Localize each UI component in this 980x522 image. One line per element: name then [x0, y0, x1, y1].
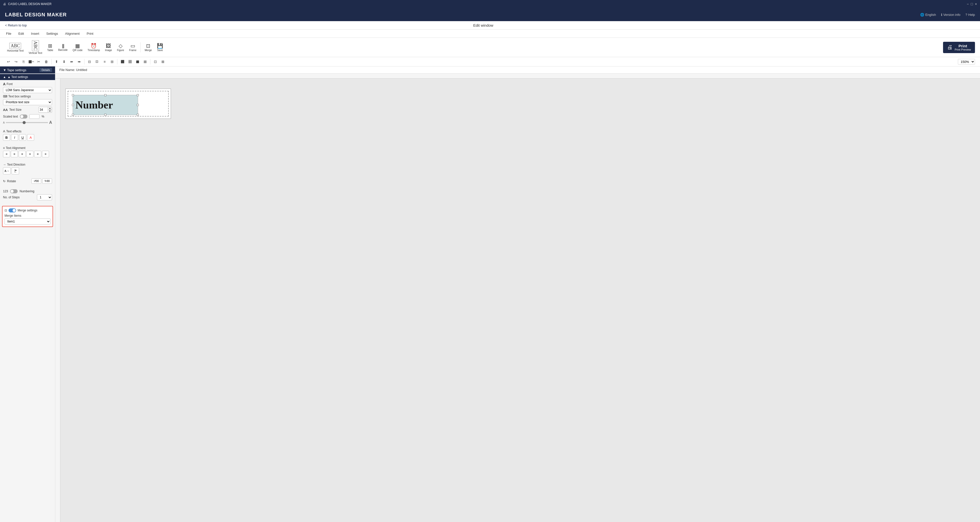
handle-top-right[interactable] — [137, 94, 139, 96]
no-of-steps-select[interactable]: 1 2 3 4 5 — [37, 194, 52, 200]
merge-icon: ⊡ — [146, 43, 150, 48]
align-top-button[interactable]: ⬆ — [53, 58, 60, 65]
handle-bottom-middle[interactable] — [104, 114, 107, 116]
text-effects-section: A Text effects B I U A — [0, 127, 55, 144]
details-button[interactable]: Details — [40, 68, 52, 72]
align-center-h-button[interactable]: ≡ — [101, 58, 108, 65]
rotate-plus90-button[interactable]: ↻90 — [42, 179, 52, 184]
ruler-horizontal: -520457095120145 — [55, 73, 980, 78]
numbering-toggle[interactable] — [10, 189, 18, 193]
textbox-select[interactable]: Prioritize text size Shrink to fit Auto — [3, 99, 52, 105]
distribute-center-v-button[interactable]: ⊞ — [108, 58, 116, 65]
direction-vertical-button[interactable]: A↓ — [11, 168, 19, 174]
sidebar: ▼ Tape settings Details ▲ ▲ Text setting… — [0, 67, 55, 522]
align-right-text-button[interactable]: ≡ — [19, 151, 25, 157]
app-title: LABEL DESIGN MAKER — [5, 12, 67, 18]
figure-button[interactable]: ◇ Figure — [115, 42, 126, 53]
undo-button[interactable]: ↩ — [5, 58, 12, 65]
merge-icon: ⊡ — [5, 209, 7, 212]
redo-button[interactable]: ↪ — [13, 58, 20, 65]
text-size-icon: AA — [3, 108, 8, 112]
label-text-box[interactable]: Number — [73, 95, 138, 115]
vertical-text-button[interactable]: ABC Vertical Text — [27, 39, 44, 55]
cut-button[interactable]: ✂ — [35, 58, 42, 65]
close-button[interactable]: × — [975, 2, 977, 6]
distribute-v-button[interactable]: ⊟ — [94, 58, 100, 65]
back-button[interactable]: < Return to top — [5, 23, 27, 27]
underline-button[interactable]: U — [19, 134, 26, 141]
scaled-text-percent-input[interactable] — [29, 114, 40, 119]
file-name-bar: File Name: Untitled — [55, 67, 980, 73]
backward-button[interactable]: ⬛ — [142, 58, 149, 65]
italic-button[interactable]: I — [11, 134, 18, 141]
front-button[interactable]: ⬛ — [119, 58, 126, 65]
minimize-button[interactable]: − — [967, 2, 969, 6]
handle-bottom-right[interactable] — [137, 114, 139, 116]
ungroup-button[interactable]: ⊠ — [159, 58, 166, 65]
zoom-select[interactable]: 50% 75% 100% 150% 200% — [958, 59, 975, 65]
image-button[interactable]: 🖼 Image — [103, 42, 114, 53]
align-bottom-button[interactable]: ⬇ — [60, 58, 68, 65]
barcode-button[interactable]: ||| Barcode — [56, 43, 70, 52]
table-button[interactable]: ⊞ Table — [45, 42, 55, 53]
distribute-h-button[interactable]: ⊟ — [86, 58, 93, 65]
menu-insert[interactable]: Insert — [30, 31, 40, 37]
group-button[interactable]: ⊡ — [152, 58, 159, 65]
spin-up[interactable]: ▲ — [48, 107, 52, 110]
align-right-button[interactable]: ➡ — [76, 58, 83, 65]
language-button[interactable]: 🌐 English — [920, 13, 936, 17]
rotate-minus90-button[interactable]: ↺90 — [32, 179, 41, 184]
timestamp-button[interactable]: ⏰ Timestamp — [86, 42, 102, 53]
align-left-text-button[interactable]: ≡ — [3, 151, 10, 157]
align-justify-right-button[interactable]: ≡ — [42, 151, 49, 157]
scaled-text-toggle[interactable] — [20, 115, 27, 118]
save-button[interactable]: 💾 Save — [155, 42, 165, 53]
handle-middle-left[interactable] — [72, 104, 74, 106]
back-button[interactable]: ⬛ — [126, 58, 134, 65]
delete-button[interactable]: 🗑 — [43, 58, 50, 65]
qr-code-button[interactable]: ▦ QR code — [71, 42, 84, 53]
horizontal-text-button[interactable]: ABC Horizontal Text — [5, 42, 25, 53]
print-button[interactable]: 🖨 Print Print Preview — [943, 42, 975, 53]
font-select[interactable]: LDM Sans Japanese Arial Times New Roman — [3, 87, 52, 93]
numbering-section: 123 Numbering No. of Steps 1 2 3 4 5 — [0, 187, 55, 204]
menu-settings[interactable]: Settings — [45, 31, 59, 37]
menu-edit[interactable]: Edit — [18, 31, 25, 37]
menu-alignment[interactable]: Alignment — [64, 31, 81, 37]
app-name: CASIO LABEL DESIGN MAKER — [8, 2, 51, 6]
bold-button[interactable]: B — [3, 134, 10, 141]
forward-button[interactable]: ⬛ — [134, 58, 141, 65]
menu-file[interactable]: File — [5, 31, 12, 37]
canvas-content[interactable]: Number — [60, 78, 980, 522]
text-settings-header: ▲ ▲ Text settings — [0, 74, 55, 80]
handle-middle-right[interactable] — [137, 104, 139, 106]
help-button[interactable]: ? Help — [966, 13, 975, 17]
merge-toggle[interactable] — [8, 208, 16, 212]
direction-horizontal-button[interactable]: A→ — [3, 168, 11, 174]
copy-format-button[interactable]: ⎘ — [20, 58, 27, 65]
version-info-button[interactable]: ℹ Version info — [941, 13, 960, 17]
font-size-slider[interactable] — [6, 122, 48, 123]
align-justify-center-button[interactable]: ≡ — [34, 151, 41, 157]
menu-print[interactable]: Print — [86, 31, 94, 37]
font-section: A Font LDM Sans Japanese Arial Times New… — [0, 80, 55, 127]
merge-button[interactable]: ⊡ Merge — [143, 42, 154, 53]
spin-down[interactable]: ▼ — [48, 110, 52, 112]
color-button[interactable]: A — [27, 134, 34, 141]
merge-items-select[interactable]: Item1 Item2 Item3 — [5, 219, 51, 225]
text-size-input[interactable] — [39, 107, 48, 112]
align-left-button[interactable]: ⬅ — [68, 58, 75, 65]
icon-divider-2 — [84, 59, 84, 64]
handle-top-middle[interactable] — [104, 94, 107, 96]
cut-special-button[interactable]: ⬛✂ — [28, 58, 35, 65]
restore-button[interactable]: □ — [971, 2, 973, 6]
horizontal-text-icon: ABC — [9, 43, 21, 49]
handle-bottom-left[interactable] — [72, 114, 74, 116]
title-bar-controls[interactable]: − □ × — [967, 2, 977, 6]
handle-top-left[interactable] — [72, 94, 74, 96]
align-justify-left-button[interactable]: ≡ — [26, 151, 33, 157]
frame-button[interactable]: ▭ Frame — [127, 42, 138, 53]
title-bar-left: 🖨 CASIO LABEL DESIGN MAKER — [3, 2, 51, 6]
main-content: ▼ Tape settings Details ▲ ▲ Text setting… — [0, 67, 980, 522]
align-center-text-button[interactable]: ≡ — [11, 151, 18, 157]
